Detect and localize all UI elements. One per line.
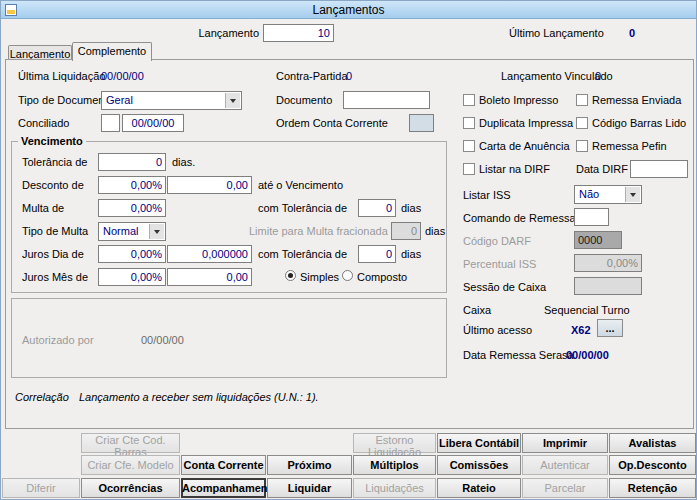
autorizado-por-label: Autorizado por (22, 334, 94, 346)
multa-tolerancia-input[interactable] (358, 199, 396, 217)
carta-anuencia-label: Carta de Anuência (479, 140, 570, 152)
remessa-pefin-label: Remessa Pefin (592, 140, 667, 152)
carta-anuencia-checkbox[interactable] (463, 140, 475, 152)
multa-dias-label: dias (401, 202, 421, 214)
comando-remessa-label: Comando de Remessa (463, 212, 576, 224)
multa-tolerancia-label: com Tolerância de (258, 202, 347, 214)
codigo-darf-input[interactable] (574, 231, 622, 249)
simples-radio[interactable] (285, 270, 296, 281)
liquidar-button[interactable]: Liquidar (267, 478, 352, 498)
criar-cte-cod-barras-button: Criar Cte Cod. Barras (81, 433, 180, 453)
ultimo-acesso-value: X62 (571, 324, 591, 336)
op-desconto-button[interactable]: Op.Desconto (609, 455, 696, 475)
tolerancia-dias-label: dias. (172, 156, 195, 168)
acompanhamento-button[interactable]: Acompanhamento (181, 478, 266, 498)
juros-dia-pct-input[interactable] (98, 245, 166, 263)
imprimir-button[interactable]: Imprimir (522, 433, 608, 453)
juros-dia-dias-label: dias (401, 248, 421, 260)
listar-iss-select[interactable]: Não (574, 185, 642, 204)
correlacao-text: Lançamento a receber sem liquidações (U.… (79, 391, 319, 403)
remessa-pefin-checkbox[interactable] (576, 140, 588, 152)
vencimento-group-title: Vencimento (18, 135, 86, 147)
desconto-pct-input[interactable] (98, 176, 166, 194)
parcelar-button: Parcelar (522, 478, 608, 498)
rateio-button[interactable]: Rateio (437, 478, 521, 498)
caixa-label: Caixa (463, 304, 491, 316)
multa-pct-input[interactable] (98, 199, 166, 217)
ultima-liquidacao-label: Última Liquidação (18, 70, 105, 82)
listar-iss-label: Listar ISS (463, 189, 511, 201)
ordem-conta-corrente-input[interactable] (409, 114, 434, 132)
tipo-multa-select[interactable]: Normal (98, 222, 166, 241)
tipo-multa-label: Tipo de Multa (22, 225, 88, 237)
ultimo-lancamento-value: 0 (613, 27, 635, 39)
juros-dia-tolerancia-label: com Tolerância de (258, 248, 347, 260)
juros-mes-label: Juros Mês de (22, 271, 88, 283)
autenticar-button: Autenticar (522, 455, 608, 475)
juros-dia-valor-input[interactable] (167, 245, 252, 263)
chevron-down-icon (625, 187, 640, 202)
juros-mes-pct-input[interactable] (98, 268, 166, 286)
comando-remessa-input[interactable] (574, 208, 609, 226)
conciliado-date-input[interactable] (122, 114, 184, 132)
remessa-enviada-checkbox[interactable] (576, 94, 588, 106)
ocorrencias-button[interactable]: Ocorrências (81, 478, 180, 498)
caixa-value: Sequencial Turno (544, 304, 630, 316)
diferir-button: Diferir (2, 478, 80, 498)
lancamento-vinculado-value: 0 (595, 70, 601, 82)
documento-input[interactable] (343, 91, 430, 109)
contra-partida-value: 0 (346, 70, 352, 82)
duplicata-impressa-label: Duplicata Impressa (479, 117, 573, 129)
composto-radio-label: Composto (357, 271, 407, 283)
autorizado-por-value: 00/00/00 (141, 334, 184, 346)
listar-iss-value: Não (579, 188, 599, 200)
duplicata-impressa-checkbox[interactable] (463, 117, 475, 129)
lancamento-input[interactable] (263, 24, 334, 42)
title-bar[interactable]: Lançamentos (1, 1, 696, 19)
avalistas-button[interactable]: Avalistas (609, 433, 696, 453)
multiplos-button[interactable]: Múltiplos (353, 455, 436, 475)
codigo-darf-label: Código DARF (463, 235, 531, 247)
window-title: Lançamentos (1, 3, 696, 17)
juros-dia-tolerancia-input[interactable] (358, 245, 396, 263)
multa-label: Multa de (22, 202, 64, 214)
juros-mes-valor-input[interactable] (167, 268, 252, 286)
sessao-caixa-label: Sessão de Caixa (463, 281, 546, 293)
proximo-button[interactable]: Próximo (267, 455, 352, 475)
desconto-valor-input[interactable] (167, 176, 252, 194)
tab-complemento[interactable]: Complemento (72, 42, 152, 61)
sessao-caixa-input (574, 277, 642, 295)
limite-multa-input (391, 222, 421, 240)
tolerancia-label: Tolerância de (22, 156, 87, 168)
data-dirf-label: Data DIRF (576, 163, 628, 175)
conciliado-label: Conciliado (18, 117, 69, 129)
conciliado-flag-input[interactable] (101, 114, 120, 132)
data-remessa-serasa-value: 00/00/00 (566, 349, 609, 361)
tab-lancamento[interactable]: Lançamento (8, 45, 72, 60)
retencao-button[interactable]: Retenção (609, 478, 696, 498)
codigo-barras-lido-label: Código Barras Lido (592, 117, 686, 129)
data-remessa-serasa-label: Data Remessa Serasa (463, 349, 574, 361)
liquidacoes-button: Liquidações (353, 478, 436, 498)
codigo-barras-lido-checkbox[interactable] (576, 117, 588, 129)
tipo-multa-value: Normal (103, 225, 138, 237)
estorno-liquidacao-button: Estorno Liquidação (353, 433, 436, 453)
juros-dia-label: Juros Dia de (22, 248, 84, 260)
ultimo-lancamento-label: Último Lançamento (509, 27, 604, 39)
listar-dirf-label: Listar na DIRF (479, 163, 550, 175)
tipo-documento-select[interactable]: Geral (101, 91, 242, 110)
boleto-impresso-checkbox[interactable] (463, 94, 475, 106)
data-dirf-input[interactable] (630, 160, 688, 178)
listar-dirf-checkbox[interactable] (463, 163, 475, 175)
conta-corrente-button[interactable]: Conta Corrente (181, 455, 266, 475)
libera-contabil-button[interactable]: Libera Contábil (437, 433, 521, 453)
tipo-documento-value: Geral (106, 94, 133, 106)
composto-radio[interactable] (342, 270, 353, 281)
ultimo-acesso-browse-button[interactable]: ... (597, 319, 623, 337)
chevron-down-icon (149, 224, 164, 239)
contra-partida-label: Contra-Partida (276, 70, 348, 82)
comissoes-button[interactable]: Comissões (437, 455, 521, 475)
ordem-conta-corrente-label: Ordem Conta Corrente (276, 117, 388, 129)
limite-dias-label: dias (425, 225, 445, 237)
tolerancia-input[interactable] (98, 153, 166, 171)
